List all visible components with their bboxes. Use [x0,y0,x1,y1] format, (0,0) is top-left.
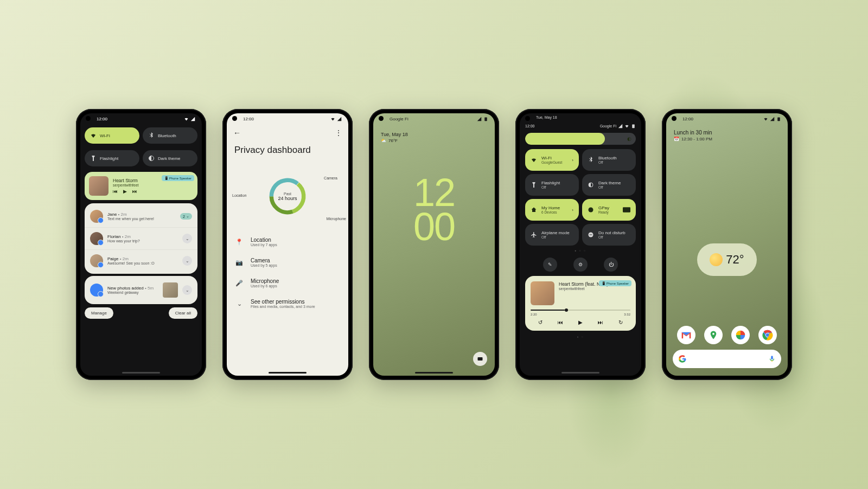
media-artist: serpentwithfeet [559,287,608,291]
cell-signal-icon [337,117,342,121]
forward-icon[interactable]: ↻ [618,319,623,325]
qs-tile-flashlight[interactable]: FlashlightOff [525,174,579,196]
qs-tile-bluetooth[interactable]: Bluetooth [143,127,197,144]
app-icon-gmail[interactable] [677,326,695,344]
status-bar: 12:00 [227,113,348,124]
svg-rect-11 [590,235,592,235]
more-icon[interactable]: ⋮ [335,129,342,137]
app-icon-chrome[interactable] [758,326,777,344]
chevron-right-icon: › [572,208,573,213]
front-camera [672,116,676,121]
cell-signal-icon [477,117,482,121]
qs-tile-wifi[interactable]: Wi-Fi [85,127,139,144]
phone-notification-shade: 12:00 Wi-Fi Bluetooth Flashlight [76,109,206,380]
app-dock [666,326,788,344]
clear-all-button[interactable]: Clear all [169,307,197,319]
settings-button[interactable]: ⚙ [573,258,588,272]
notification-item[interactable]: Florian • 2m How was your trip? ⌄ [85,228,197,250]
gesture-nav-bar[interactable] [269,372,307,374]
wifi-signal-icon [763,117,768,121]
rewind-icon[interactable]: ↺ [538,319,542,325]
permission-row-microphone[interactable]: 🎤 MicrophoneUsed by 6 apps [227,273,348,293]
media-player-card[interactable]: Heart Storm serpentwithfeet ⏮ ▶ ⏭ 📱 Phon… [85,172,197,200]
wifi-signal-icon [624,124,629,128]
album-art [531,281,554,305]
front-camera [379,116,384,121]
qs-tile-flashlight[interactable]: Flashlight [85,150,139,166]
manage-button[interactable]: Manage [85,307,113,319]
status-time: 12:00 [682,117,693,121]
search-bar[interactable] [673,350,781,368]
battery-icon [776,117,781,121]
svg-rect-4 [484,117,487,121]
media-prev-icon[interactable]: ⏮ [558,319,563,325]
gesture-nav-bar[interactable] [415,372,453,374]
notification-count-chip[interactable]: 2 ⌄ [180,213,192,220]
app-icon-photos[interactable] [731,326,750,344]
qs-tile-dnd[interactable]: Do not disturbOff [582,224,636,246]
permission-row-other[interactable]: ⌄ See other permissionsFiles and media, … [227,293,348,314]
cell-signal-icon [618,124,623,128]
avatar [90,232,103,245]
mic-icon[interactable] [768,355,776,363]
output-badge[interactable]: 📱 Phone Speaker [599,280,631,286]
back-icon[interactable]: ← [233,128,241,137]
media-next-icon[interactable]: ⏭ [598,319,603,325]
power-button[interactable]: ⏻ [604,258,618,272]
qs-tile-gpay[interactable]: GPayReady [582,199,636,221]
svg-point-8 [589,208,593,213]
edit-tiles-button[interactable]: ✎ [543,258,557,272]
media-progress[interactable] [531,310,630,311]
media-artist: serpentwithfeet [113,183,193,187]
weather-widget[interactable]: 72° [697,243,757,276]
page-title: Privacy dashboard [227,141,348,161]
media-play-icon[interactable]: ▶ [578,319,583,325]
qs-tile-wifi[interactable]: Wi-FiGoogleGuest › [525,149,579,171]
microphone-icon: 🎤 [234,280,244,287]
media-play-icon[interactable]: ▶ [123,189,127,194]
wallet-button[interactable] [473,352,487,366]
output-badge[interactable]: 📱 Phone Speaker [162,175,194,181]
qs-tile-bluetooth[interactable]: BluetoothOff [582,149,636,171]
qs-tile-home[interactable]: My Home6 Devices › [525,199,579,221]
chevron-down-icon: ⌄ [234,300,244,307]
status-time: 12:00 [525,124,535,128]
status-bar: 12:00 [666,113,788,124]
notification-item[interactable]: Jane • 2m Text me when you get here! 2 ⌄ [85,205,197,228]
weather-temp: 72° [726,253,744,267]
permission-row-camera[interactable]: 📷 CameraUsed by 5 apps [227,252,348,273]
media-prev-icon[interactable]: ⏮ [113,189,118,194]
gesture-nav-bar[interactable] [122,372,160,374]
media-next-icon[interactable]: ⏭ [132,189,137,194]
expand-icon[interactable]: ⌄ [182,256,192,266]
wifi-signal-icon [330,117,335,121]
page-indicator: ● ○ ○ [520,248,641,253]
at-a-glance-widget[interactable]: Lunch in 30 min 📅12:30 - 1:00 PM [666,124,788,141]
avatar [90,254,103,267]
qs-tile-airplane[interactable]: Airplane modeOff [525,224,579,246]
bluetooth-icon [588,157,594,163]
media-player-card[interactable]: 📱 Phone Speaker Heart Storm (feat. NAO) … [525,276,636,331]
lock-clock: 12 00 [373,176,495,244]
glance-title: Lunch in 30 min [674,130,780,136]
glance-time: 12:30 - 1:00 PM [681,137,712,141]
svg-rect-5 [478,357,483,361]
permission-row-location[interactable]: 📍 LocationUsed by 7 apps [227,231,348,252]
svg-point-13 [712,333,714,335]
qs-tile-dark-theme[interactable]: Dark themeOff [582,174,636,196]
notification-list: New photos added • 5m Weekend getaway ⌄ [85,276,197,304]
notification-item[interactable]: New photos added • 5m Weekend getaway ⌄ [85,278,197,302]
gesture-nav-bar[interactable] [561,372,599,374]
brightness-slider[interactable]: ◐ [525,133,636,145]
app-icon-maps[interactable] [704,326,723,344]
donut-label-location: Location [232,194,246,197]
notification-list: Jane • 2m Text me when you get here! 2 ⌄… [85,203,197,274]
notification-item[interactable]: Paige • 2m Awesome! See you soon :O ⌄ [85,250,197,272]
expand-icon[interactable]: ⌄ [182,285,192,295]
front-camera [232,116,237,121]
svg-rect-6 [632,124,635,128]
qs-tile-dark-theme[interactable]: Dark theme [143,150,197,166]
gpay-icon [588,207,594,213]
expand-icon[interactable]: ⌄ [182,234,192,243]
chevron-right-icon: › [572,158,573,163]
